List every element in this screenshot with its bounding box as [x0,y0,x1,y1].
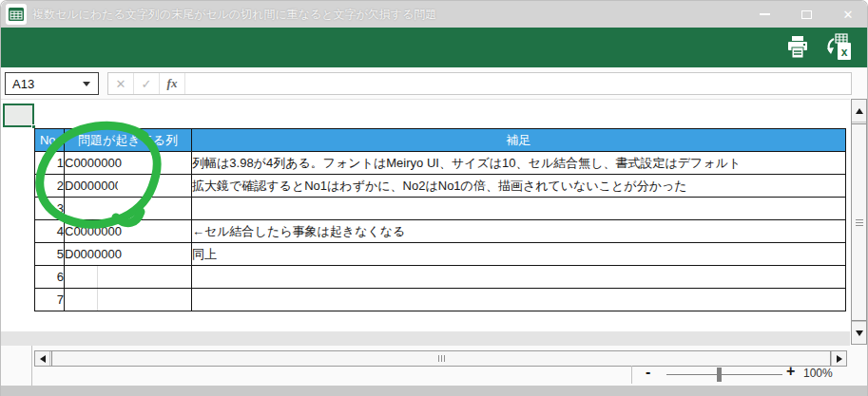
cell-problem-column[interactable]: D0000000 [65,175,192,198]
table-header-row: No. 問題が起きてる列 補足 [35,129,846,152]
arrow-right-icon [837,355,842,363]
cell-remarks[interactable]: 列幅は3.98が4列ある。フォントはMeiryo UI、サイズは10、セル結合無… [192,152,846,175]
table-row: 1C0000000列幅は3.98が4列ある。フォントはMeiryo UI、サイズ… [35,152,846,175]
close-button[interactable]: ✕ [827,1,868,28]
table-row: 2D0000000拡大鏡で確認するとNo1はわずかに、No2はNo1の倍、描画さ… [35,175,846,198]
zoom-slider-thumb[interactable] [717,368,722,382]
table-row: 3 [35,198,846,220]
table-row: 5D0000000同上 [35,243,846,266]
cell-problem-column[interactable] [65,198,192,220]
cell-no[interactable]: 7 [35,289,65,311]
maximize-icon [801,10,812,19]
separator [631,366,632,384]
maximize-button[interactable] [785,1,827,28]
insert-function-button[interactable]: fx [160,73,185,94]
formula-controls: ✕ ✓ fx [107,72,852,95]
printer-icon [784,35,811,60]
spreadsheet-grid-icon [8,6,25,23]
cell-no[interactable]: 2 [35,175,65,198]
minimize-icon [760,13,770,15]
table-body: 1C0000000列幅は3.98が4列ある。フォントはMeiryo UI、サイズ… [35,152,846,311]
cell-remarks[interactable]: ←セル結合したら事象は起きなくなる [192,220,846,243]
selected-cell-indicator[interactable] [3,104,34,127]
header-no[interactable]: No. [35,129,65,152]
window-controls: ✕ [743,1,868,28]
window-title: 複数セルにわたる文字列の末尾がセルの切れ間に重なると文字が欠損する問題 [32,1,436,28]
grip-icon [856,219,863,226]
table-row: 7 [35,289,846,311]
clipped-text: D0000000 [65,179,118,193]
cell-problem-column[interactable]: C0000000 [65,152,192,175]
chevron-down-icon[interactable] [83,82,90,86]
horizontal-scrollbar[interactable] [34,350,847,367]
export-excel-button[interactable]: x [821,32,858,63]
zoom-in-button[interactable]: + [786,363,795,380]
cell-no[interactable]: 3 [35,198,65,220]
confirm-entry-button[interactable]: ✓ [134,73,160,94]
scroll-left-button[interactable] [35,351,50,366]
app-icon [6,4,27,25]
scroll-right-button[interactable] [831,351,846,366]
scroll-up-button[interactable] [852,100,866,123]
cell-no[interactable]: 6 [35,266,65,289]
arrow-left-icon [40,355,46,363]
header-problem-column[interactable]: 問題が起きてる列 [65,129,192,152]
formula-input[interactable] [185,73,851,94]
cell-remarks[interactable]: 拡大鏡で確認するとNo1はわずかに、No2はNo1の倍、描画されていないことが分… [192,175,846,198]
cell-remarks[interactable] [192,289,846,311]
window-bottom-strip [1,386,868,396]
sheet-bottom-band [1,331,850,346]
arrow-down-icon [856,330,863,336]
cell-problem-column[interactable]: C0000000 [65,220,192,243]
vertical-scrollbar-thumb[interactable] [852,123,866,321]
title-bar: 複数セルにわたる文字列の末尾がセルの切れ間に重なると文字が欠損する問題 ✕ [1,1,868,28]
vertical-scrollbar[interactable] [851,99,867,345]
cell-no[interactable]: 4 [35,220,65,243]
cell-remarks[interactable]: 同上 [192,243,846,266]
data-table: No. 問題が起きてる列 補足 1C0000000列幅は3.98が4列ある。フォ… [34,128,846,311]
close-icon: ✕ [843,9,854,21]
separator [31,346,32,386]
grip-icon [438,355,445,362]
cell-remarks[interactable] [192,266,846,289]
zoom-out-button[interactable]: - [646,364,650,381]
print-button[interactable] [780,32,816,63]
app-window: 複数セルにわたる文字列の末尾がセルの切れ間に重なると文字が欠損する問題 ✕ [0,0,868,396]
status-bar: - + 100% [1,346,868,386]
zoom-slider-track[interactable] [666,374,782,375]
cell-reference: A13 [6,77,83,91]
scroll-down-button[interactable] [852,321,866,344]
header-remarks[interactable]: 補足 [192,129,846,152]
sheet-area: No. 問題が起きてる列 補足 1C0000000列幅は3.98が4列ある。フォ… [1,99,850,331]
cancel-entry-button[interactable]: ✕ [108,73,134,94]
table-row: 4C0000000←セル結合したら事象は起きなくなる [35,220,846,243]
svg-text:x: x [841,46,848,59]
arrow-up-icon [856,108,863,114]
cell-problem-column[interactable] [65,289,192,311]
cell-remarks[interactable] [192,198,846,220]
minimize-button[interactable] [743,1,785,28]
cell-problem-column[interactable] [65,266,192,289]
cell-problem-column[interactable]: D0000000 [65,243,192,266]
cell-no[interactable]: 5 [35,243,65,266]
cell-no[interactable]: 1 [35,152,65,175]
toolbar: x [1,28,868,67]
horizontal-scrollbar-thumb[interactable] [51,351,831,366]
export-excel-icon: x [824,33,855,62]
table-row: 6 [35,266,846,289]
cell-name-box[interactable]: A13 [5,72,99,95]
formula-bar: A13 ✕ ✓ fx [1,67,868,99]
zoom-level[interactable]: 100% [803,367,833,380]
